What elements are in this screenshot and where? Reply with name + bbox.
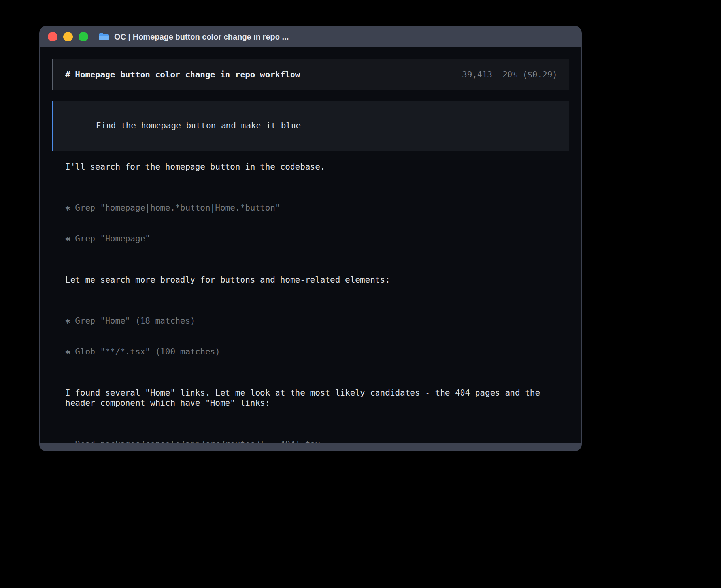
assistant-text: I'll search for the homepage button in t…: [65, 162, 555, 172]
session-header: # Homepage button color change in repo w…: [52, 59, 569, 90]
conversation: I'll search for the homepage button in t…: [52, 151, 569, 443]
folder-icon: [98, 32, 109, 41]
terminal-content: # Homepage button color change in repo w…: [40, 47, 581, 443]
user-message-text: Find the homepage button and make it blu…: [96, 121, 301, 130]
window-bottom-edge: [39, 443, 582, 451]
assistant-text: I found several "Home" links. Let me loo…: [65, 388, 555, 408]
tool-call-read: → Read packages/console/app/src/routes/[…: [65, 439, 555, 443]
tool-call-glob: ✱ Glob "**/*.tsx" (100 matches): [65, 347, 555, 357]
minimize-button[interactable]: [63, 32, 73, 41]
tool-call-group: ✱ Grep "Home" (18 matches) ✱ Glob "**/*.…: [65, 295, 555, 377]
tool-call-group: → Read packages/console/app/src/routes/[…: [65, 418, 555, 443]
window-title: OC | Homepage button color change in rep…: [114, 32, 289, 41]
context-usage: 20% ($0.29): [502, 70, 557, 80]
traffic-lights: [48, 32, 88, 41]
session-title: # Homepage button color change in repo w…: [65, 70, 300, 80]
assistant-text: Let me search more broadly for buttons a…: [65, 275, 555, 285]
token-count: 39,413: [462, 70, 492, 80]
tool-call-grep: ✱ Grep "Homepage": [65, 234, 555, 244]
terminal-window: OC | Homepage button color change in rep…: [39, 26, 582, 451]
tool-call-group: ✱ Grep "homepage|home.*button|Home.*butt…: [65, 182, 555, 264]
zoom-button[interactable]: [79, 32, 88, 41]
tool-call-grep: ✱ Grep "Home" (18 matches): [65, 316, 555, 326]
tool-call-grep: ✱ Grep "homepage|home.*button|Home.*butt…: [65, 203, 555, 213]
titlebar[interactable]: OC | Homepage button color change in rep…: [39, 26, 582, 47]
close-button[interactable]: [48, 32, 57, 41]
user-message: Find the homepage button and make it blu…: [52, 101, 569, 151]
session-stats: 39,413 20% ($0.29): [462, 70, 557, 80]
